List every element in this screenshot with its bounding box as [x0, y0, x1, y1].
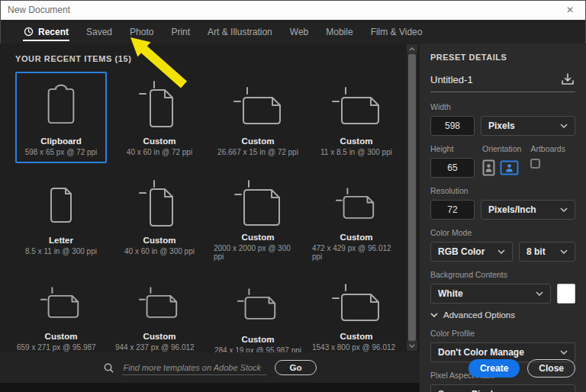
recent-item-name: Custom [340, 137, 373, 146]
resolution-unit-dropdown[interactable]: Pixels/Inch [481, 200, 575, 220]
go-button[interactable]: Go [275, 360, 317, 375]
tab-label: Saved [86, 27, 112, 37]
chevron-down-icon [430, 313, 438, 317]
resolution-unit-value: Pixels/Inch [488, 204, 555, 215]
recent-item-name: Custom [143, 236, 176, 245]
dialog-bottom-edge [0, 383, 420, 392]
recent-item-card[interactable]: Custom1543 x 800 px @ 96.012 ppi [311, 270, 402, 361]
color-mode-dropdown[interactable]: RGB Color [430, 242, 513, 262]
recent-item-name: Custom [143, 137, 176, 146]
recent-item-name: Custom [143, 332, 176, 341]
recent-item-card[interactable]: Custom472 x 429 px @ 96.012 ppi [311, 171, 402, 262]
chevron-down-icon [560, 249, 568, 254]
tab-mobile[interactable]: Mobile [325, 20, 353, 43]
doc-portrait-icon [137, 177, 182, 233]
color-profile-label: Color Profile [430, 329, 575, 338]
clock-icon [24, 27, 34, 37]
tab-label: Photo [130, 27, 153, 37]
window-close-icon[interactable]: ✕ [563, 5, 577, 15]
background-contents-dropdown[interactable]: White [430, 284, 551, 304]
pixel-aspect-ratio-dropdown[interactable]: Square Pixels [430, 384, 575, 392]
advanced-options-label: Advanced Options [443, 310, 515, 320]
orientation-landscape-button[interactable] [500, 160, 519, 175]
tab-label: Mobile [326, 27, 353, 37]
pixel-aspect-ratio-value: Square Pixels [438, 389, 555, 392]
recent-item-card[interactable]: Custom284 x 19 px @ 95.987 ppi [212, 270, 304, 361]
scrollbar-thumb[interactable] [408, 54, 416, 341]
recent-item-card[interactable]: Custom40 x 60 in @ 72 ppi [114, 72, 205, 163]
close-button[interactable]: Close [527, 359, 575, 378]
recent-items-header: YOUR RECENT ITEMS (15) [0, 43, 420, 63]
color-mode-label: Color Mode [430, 228, 575, 237]
doc-landscape-small-icon [237, 276, 279, 333]
recent-item-size: 40 x 60 in @ 72 ppi [127, 148, 192, 156]
bit-depth-dropdown[interactable]: 8 bit [519, 242, 575, 262]
search-icon [103, 362, 114, 374]
recent-item-card[interactable]: Custom944 x 237 px @ 96.012 ppi [114, 270, 205, 361]
tab-recent[interactable]: Recent [23, 20, 69, 43]
tab-label: Art & Illustration [208, 27, 272, 37]
background-color-swatch[interactable] [557, 284, 575, 304]
window-title: New Document [8, 5, 563, 15]
document-name-field[interactable]: Untitled-1 [430, 74, 560, 85]
recent-item-card[interactable]: Custom40 x 60 in @ 300 ppi [114, 171, 205, 262]
width-input[interactable] [430, 116, 475, 136]
chevron-down-icon [497, 249, 505, 254]
artboards-label: Artboards [530, 144, 565, 153]
clipboard-icon [42, 78, 80, 134]
recent-items-grid: Clipboard598 x 65 px @ 72 ppiCustom40 x … [15, 72, 420, 361]
chevron-down-icon [560, 124, 568, 128]
width-unit-dropdown[interactable]: Pixels [481, 116, 575, 136]
scroll-down-icon[interactable] [407, 341, 417, 351]
doc-landscape-small-icon [138, 276, 181, 329]
resolution-label: Resolution [430, 186, 575, 195]
recent-item-card[interactable]: Custom659 x 271 px @ 95.987 ppi [15, 270, 107, 361]
recent-item-name: Clipboard [40, 137, 82, 146]
recent-item-size: 8.5 x 11 in @ 300 ppi [25, 247, 97, 255]
artboards-checkbox[interactable] [530, 159, 540, 169]
doc-landscape-icon [232, 78, 284, 134]
recent-item-card[interactable]: Letter8.5 x 11 in @ 300 ppi [15, 171, 107, 262]
recent-item-card[interactable]: Clipboard598 x 65 px @ 72 ppi [15, 72, 107, 163]
recent-item-card[interactable]: Custom26.667 x 15 in @ 72 ppi [212, 72, 304, 163]
background-contents-value: White [438, 288, 531, 299]
recent-scrollbar[interactable] [407, 44, 417, 351]
doc-landscape-small-icon [40, 276, 82, 329]
recent-item-card[interactable]: Custom2000 x 2000 px @ 300 ppi [212, 171, 304, 262]
tab-saved[interactable]: Saved [85, 20, 113, 43]
scroll-up-icon[interactable] [407, 44, 417, 54]
category-tab-bar: RecentSavedPhotoPrintArt & IllustrationW… [0, 20, 586, 43]
recent-item-name: Custom [242, 233, 275, 242]
recent-item-name: Custom [242, 137, 275, 146]
recent-item-name: Custom [340, 233, 373, 242]
doc-letter-icon [47, 177, 76, 233]
tab-label: Web [290, 27, 308, 37]
adobe-stock-search-bar: Go [0, 352, 420, 383]
recent-item-name: Custom [340, 332, 373, 341]
tab-print[interactable]: Print [170, 20, 191, 43]
new-document-dialog: New Document ✕ RecentSavedPhotoPrintArt … [0, 0, 586, 392]
recent-item-size: 40 x 60 in @ 300 ppi [124, 247, 195, 255]
title-bar: New Document ✕ [0, 0, 586, 20]
tab-photo[interactable]: Photo [129, 20, 154, 43]
preset-details-panel: PRESET DETAILS Untitled-1 Width Pixels H… [420, 43, 586, 392]
recent-item-name: Custom [242, 335, 275, 344]
chevron-down-icon [560, 207, 568, 212]
create-button[interactable]: Create [468, 359, 520, 378]
recent-item-size: 26.667 x 15 in @ 72 ppi [217, 148, 298, 156]
tab-art-illustration[interactable]: Art & Illustration [207, 20, 273, 43]
resolution-input[interactable] [430, 200, 475, 220]
recent-item-size: 11 x 8.5 in @ 300 ppi [320, 148, 392, 156]
recent-item-size: 598 x 65 px @ 72 ppi [25, 148, 98, 156]
doc-portrait-icon [137, 78, 182, 134]
search-input[interactable] [122, 361, 267, 375]
advanced-options-toggle[interactable]: Advanced Options [430, 310, 575, 320]
doc-landscape-icon [330, 276, 382, 329]
tab-web[interactable]: Web [289, 20, 309, 43]
tab-film-video[interactable]: Film & Video [370, 20, 423, 43]
recent-item-size: 472 x 429 px @ 96.012 ppi [312, 244, 401, 261]
orientation-portrait-button[interactable] [482, 159, 495, 176]
height-input[interactable] [430, 158, 475, 178]
save-preset-icon[interactable] [560, 72, 575, 87]
recent-item-card[interactable]: Custom11 x 8.5 in @ 300 ppi [311, 72, 402, 163]
